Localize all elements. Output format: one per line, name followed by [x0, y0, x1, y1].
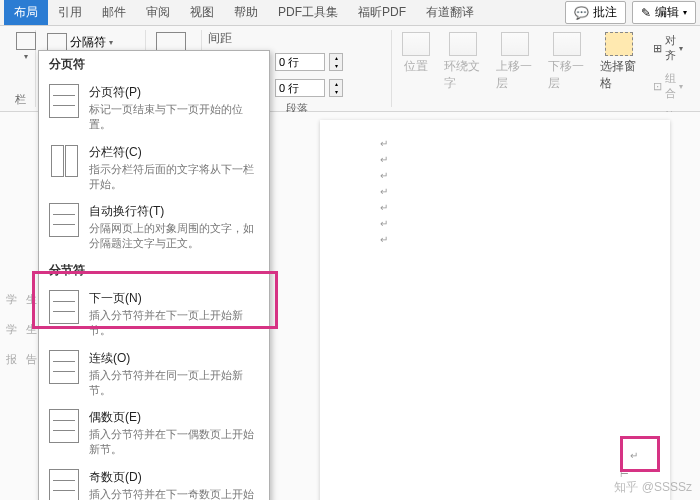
column-break-item[interactable]: 分栏符(C)指示分栏符后面的文字将从下一栏开始。 — [39, 138, 269, 198]
even-page-break-item[interactable]: 偶数页(E)插入分节符并在下一偶数页上开始新节。 — [39, 403, 269, 463]
paragraph-mark: ↵ — [380, 170, 388, 181]
text-wrap-icon — [49, 203, 79, 237]
spacing-after-spinner[interactable]: ▴▾ — [329, 79, 343, 97]
pencil-icon: ✎ — [641, 6, 651, 20]
continuous-break-item[interactable]: 连续(O)插入分节符并在同一页上开始新节。 — [39, 344, 269, 404]
spacing-header: 间距 — [208, 30, 232, 47]
wrap-button: 环绕文字 — [440, 30, 486, 94]
item-desc: 插入分节符并在下一偶数页上开始新节。 — [89, 427, 259, 457]
chevron-down-icon: ▾ — [109, 38, 113, 47]
breaks-dropdown: 分页符 分页符(P)标记一页结束与下一页开始的位置。 分栏符(C)指示分栏符后面… — [38, 50, 270, 500]
tab-review[interactable]: 审阅 — [136, 0, 180, 25]
paragraph-mark: ↵ — [380, 234, 388, 245]
paragraph-mark: ↵ — [380, 186, 388, 197]
chevron-down-icon: ▾ — [679, 44, 683, 53]
item-desc: 标记一页结束与下一页开始的位置。 — [89, 102, 259, 132]
chevron-down-icon: ▾ — [683, 8, 687, 17]
dropdown-section-sectionbreak: 分节符 — [39, 257, 269, 284]
item-title: 下一页(N) — [89, 290, 259, 307]
item-title: 偶数页(E) — [89, 409, 259, 426]
paragraph-mark: ↵ — [380, 138, 388, 149]
spacing-before-spinner[interactable]: ▴▾ — [329, 53, 343, 71]
selection-pane-button[interactable]: 选择窗格 — [596, 30, 642, 94]
odd-page-break-item[interactable]: 奇数页(D)插入分节符并在下一奇数页上开始新节。 — [39, 463, 269, 500]
item-title: 分栏符(C) — [89, 144, 259, 161]
bring-forward-icon — [501, 32, 529, 56]
position-label: 位置 — [404, 58, 428, 75]
item-desc: 插入分节符并在下一页上开始新节。 — [89, 308, 259, 338]
breaks-label: 分隔符 — [70, 34, 106, 51]
wrap-label: 环绕文字 — [444, 58, 482, 92]
item-title: 连续(O) — [89, 350, 259, 367]
paragraph-mark: ↵ — [630, 450, 638, 461]
item-desc: 插入分节符并在下一奇数页上开始新节。 — [89, 487, 259, 500]
dropdown-section-pagebreak: 分页符 — [39, 51, 269, 78]
align-label: 对齐 — [665, 33, 676, 63]
spacing-before-input[interactable] — [275, 53, 325, 71]
continuous-icon — [49, 350, 79, 384]
tab-youdao[interactable]: 有道翻译 — [416, 0, 484, 25]
position-button: 位置 — [398, 30, 434, 77]
selection-pane-icon — [605, 32, 633, 56]
column-break-icon — [49, 144, 79, 178]
breaks-icon — [47, 33, 67, 51]
item-desc: 分隔网页上的对象周围的文字，如分隔题注文字与正文。 — [89, 221, 259, 251]
align-icon: ⊞ — [653, 42, 662, 55]
item-title: 分页符(P) — [89, 84, 259, 101]
columns-icon — [16, 32, 36, 50]
item-title: 奇数页(D) — [89, 469, 259, 486]
chevron-down-icon: ▾ — [24, 52, 28, 61]
odd-page-icon — [49, 469, 79, 500]
next-page-icon — [49, 290, 79, 324]
send-backward-button: 下移一层 — [544, 30, 590, 94]
paragraph-mark: ↵ — [380, 154, 388, 165]
send-backward-icon — [553, 32, 581, 56]
item-title: 自动换行符(T) — [89, 203, 259, 220]
next-page-break-item[interactable]: 下一页(N)插入分节符并在下一页上开始新节。 — [39, 284, 269, 344]
group-button: ⊡组合▾ — [648, 68, 688, 104]
chevron-down-icon: ▾ — [679, 82, 683, 91]
tab-references[interactable]: 引用 — [48, 0, 92, 25]
selection-pane-label: 选择窗格 — [600, 58, 638, 92]
edit-label: 编辑 — [655, 4, 679, 21]
even-page-icon — [49, 409, 79, 443]
item-desc: 指示分栏符后面的文字将从下一栏开始。 — [89, 162, 259, 192]
tab-foxit[interactable]: 福昕PDF — [348, 0, 416, 25]
bg-text-2: 学 生 — [6, 322, 40, 337]
wrap-icon — [449, 32, 477, 56]
tab-mail[interactable]: 邮件 — [92, 0, 136, 25]
columns-group-label: 栏 — [12, 90, 29, 107]
group-icon: ⊡ — [653, 80, 662, 93]
paragraph-mark: ↵ — [380, 218, 388, 229]
send-back-label: 下移一层 — [548, 58, 586, 92]
text-wrap-break-item[interactable]: 自动换行符(T)分隔网页上的对象周围的文字，如分隔题注文字与正文。 — [39, 197, 269, 257]
item-desc: 插入分节符并在同一页上开始新节。 — [89, 368, 259, 398]
group-label: 组合 — [665, 71, 676, 101]
edit-button[interactable]: ✎ 编辑 ▾ — [632, 1, 696, 24]
tab-bar: 布局 引用 邮件 审阅 视图 帮助 PDF工具集 福昕PDF 有道翻译 💬 批注… — [0, 0, 700, 26]
spacing-after-input[interactable] — [275, 79, 325, 97]
tab-pdf-tools[interactable]: PDF工具集 — [268, 0, 348, 25]
align-button[interactable]: ⊞对齐▾ — [648, 30, 688, 66]
tab-view[interactable]: 视图 — [180, 0, 224, 25]
paragraph-mark: ↵ — [380, 202, 388, 213]
comments-label: 批注 — [593, 4, 617, 21]
comments-button[interactable]: 💬 批注 — [565, 1, 626, 24]
comment-icon: 💬 — [574, 6, 589, 20]
page-break-icon — [49, 84, 79, 118]
page-break-item[interactable]: 分页符(P)标记一页结束与下一页开始的位置。 — [39, 78, 269, 138]
tab-help[interactable]: 帮助 — [224, 0, 268, 25]
document-page[interactable]: ↵ ↵ ↵ ↵ ↵ ↵ ↵ ↵ ⊢ — [320, 120, 670, 500]
tab-layout[interactable]: 布局 — [4, 0, 48, 25]
position-icon — [402, 32, 430, 56]
cursor-mark: ⊢ — [620, 468, 629, 479]
bring-fwd-label: 上移一层 — [496, 58, 534, 92]
watermark: 知乎 @SSSSz — [614, 479, 692, 496]
bring-forward-button: 上移一层 — [492, 30, 538, 94]
